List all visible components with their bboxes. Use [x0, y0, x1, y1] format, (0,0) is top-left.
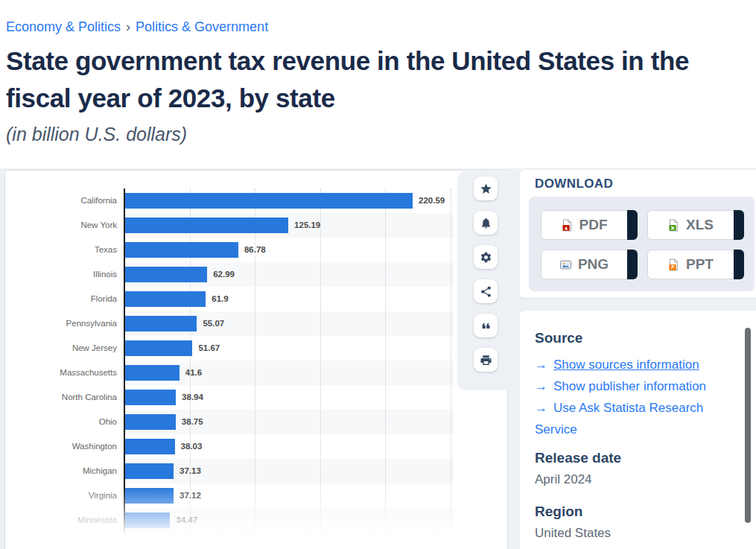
ppt-file-icon: P — [667, 258, 680, 271]
chart-row: New Jersey51.67 — [5, 336, 507, 361]
download-png-button[interactable]: PNG — [541, 250, 638, 279]
download-ppt-button[interactable]: P PPT — [647, 250, 744, 279]
chart-row: Michigan37.13 — [5, 459, 507, 483]
chart-bar[interactable] — [125, 316, 197, 331]
chart-row: Florida61.9 — [5, 287, 507, 311]
download-button-accent — [734, 250, 744, 279]
arrow-icon: → — [535, 401, 547, 415]
chart-value-label: 51.67 — [198, 336, 220, 361]
chart-value-label: 220.59 — [419, 188, 445, 213]
chart-bar[interactable] — [125, 439, 175, 454]
download-box: PDF XLS PNG P PPT — [529, 197, 755, 291]
chart-value-label: 62.99 — [213, 262, 235, 287]
download-button-accent — [627, 250, 638, 279]
chart-category-label: California — [5, 188, 117, 213]
chart-value-label: 38.75 — [182, 410, 203, 434]
page-title: State government tax revenue in the Unit… — [6, 42, 752, 117]
chart-value-label: 38.03 — [181, 434, 203, 459]
chart-row: Massachusetts41.6 — [5, 361, 507, 385]
pdf-file-icon — [561, 219, 574, 232]
chart-row: Texas86.78 — [5, 238, 507, 262]
download-button-label: PDF — [579, 217, 608, 233]
chart-category-label: Ohio — [5, 410, 117, 434]
download-button-accent — [627, 210, 638, 240]
download-button-accent — [734, 210, 744, 240]
chart-category-label: North Carolina — [5, 385, 117, 410]
chart-category-label: Michigan — [5, 459, 117, 483]
png-image-icon — [559, 258, 572, 271]
download-button-label: PNG — [578, 256, 609, 273]
show-sources-link[interactable]: →Show sources information — [535, 358, 699, 372]
chart-bar[interactable] — [125, 390, 176, 405]
chart-bar[interactable] — [125, 267, 207, 282]
page-subtitle: (in billion U.S. dollars) — [6, 124, 187, 145]
chart-bar[interactable] — [125, 365, 180, 381]
chart-row: California220.59 — [5, 188, 507, 213]
chart-category-label: Pennsylvania — [5, 311, 117, 336]
chart-row: Pennsylvania55.07 — [5, 311, 507, 336]
download-button-label: PPT — [686, 256, 714, 273]
source-link-row: →Use Ask Statista Research Service — [535, 397, 748, 440]
chart-row: Washington38.03 — [5, 434, 507, 459]
xls-file-icon — [667, 219, 680, 232]
download-panel: DOWNLOAD PDF XLS PNG P PPT — [520, 170, 756, 298]
chart-category-label: New Jersey — [5, 336, 117, 361]
chart-row: North Carolina38.94 — [5, 385, 507, 410]
region-heading: Region — [535, 504, 748, 520]
download-pdf-button[interactable]: PDF — [541, 210, 638, 240]
source-link-row: →Show publisher information — [535, 375, 748, 397]
source-heading: Source — [535, 330, 748, 346]
arrow-icon: → — [535, 358, 547, 372]
region-value: United States — [535, 526, 748, 541]
chart-bar[interactable] — [125, 242, 238, 258]
chart-bar[interactable] — [125, 218, 288, 233]
chart-bar[interactable] — [125, 291, 206, 307]
chart-category-label: Washington — [5, 434, 117, 459]
chart-bar[interactable] — [125, 463, 174, 479]
chart-row: Illinois62.99 — [5, 262, 507, 287]
show-publisher-link[interactable]: →Show publisher information — [535, 379, 706, 393]
download-heading: DOWNLOAD — [535, 177, 613, 191]
chart-value-label: 55.07 — [203, 311, 224, 336]
chart-bar[interactable] — [125, 414, 176, 430]
chart-value-label: 61.9 — [212, 287, 228, 311]
chart-category-label: Texas — [5, 238, 117, 262]
chart-card: California220.59New York125.19Texas86.78… — [4, 170, 508, 549]
chart-category-label: Florida — [5, 287, 117, 311]
svg-text:P: P — [671, 264, 675, 270]
arrow-icon: → — [535, 379, 547, 393]
source-link-row: →Show sources information — [535, 354, 748, 375]
breadcrumb-link-economy-politics[interactable]: Economy & Politics — [6, 19, 121, 34]
chart-row: New York125.19 — [5, 213, 507, 238]
chart-category-label: New York — [5, 213, 117, 238]
release-date-heading: Release date — [535, 450, 748, 466]
chart-bar[interactable] — [125, 340, 192, 356]
release-date-value: April 2024 — [535, 472, 748, 487]
chart-value-label: 38.94 — [182, 385, 203, 410]
chart-value-label: 41.6 — [185, 361, 202, 385]
chart-bar[interactable] — [125, 193, 413, 209]
chart-value-label: 86.78 — [244, 238, 266, 262]
download-xls-button[interactable]: XLS — [647, 210, 744, 240]
breadcrumb: Economy & Politics›Politics & Government — [6, 19, 268, 35]
chart-value-label: 37.13 — [180, 459, 201, 483]
source-links: →Show sources information →Show publishe… — [535, 354, 748, 440]
chart-bottom-fade — [5, 487, 507, 549]
chart-category-label: Massachusetts — [5, 361, 117, 385]
chart-row: Ohio38.75 — [5, 410, 507, 434]
breadcrumb-link-politics-government[interactable]: Politics & Government — [136, 19, 268, 34]
breadcrumb-separator: › — [126, 19, 130, 34]
download-button-label: XLS — [686, 217, 714, 233]
ask-statista-link[interactable]: →Use Ask Statista Research Service — [535, 401, 703, 437]
source-panel: Source →Show sources information →Show p… — [520, 311, 756, 549]
panel-scrollbar-thumb[interactable] — [745, 328, 751, 523]
chart-value-label: 125.19 — [294, 213, 320, 238]
chart-category-label: Illinois — [5, 262, 117, 287]
